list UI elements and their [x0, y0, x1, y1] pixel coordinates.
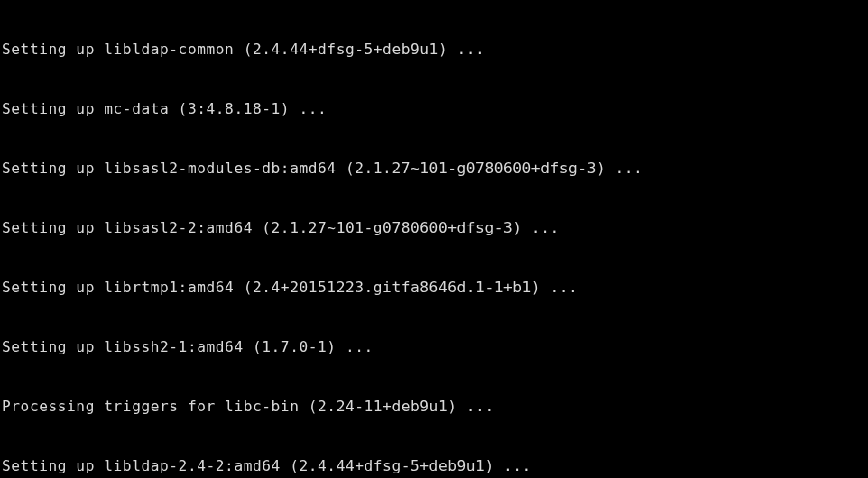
- output-line: Processing triggers for libc-bin (2.24-1…: [2, 397, 866, 417]
- output-line: Setting up libsasl2-2:amd64 (2.1.27~101-…: [2, 218, 866, 238]
- output-line: Setting up libldap-common (2.4.44+dfsg-5…: [2, 40, 866, 60]
- output-line: Setting up libldap-2.4-2:amd64 (2.4.44+d…: [2, 456, 866, 476]
- terminal[interactable]: Setting up libldap-common (2.4.44+dfsg-5…: [0, 0, 868, 478]
- output-line: Setting up libsasl2-modules-db:amd64 (2.…: [2, 159, 866, 179]
- output-line: Setting up librtmp1:amd64 (2.4+20151223.…: [2, 278, 866, 298]
- output-line: Setting up libssh2-1:amd64 (1.7.0-1) ...: [2, 337, 866, 357]
- output-line: Setting up mc-data (3:4.8.18-1) ...: [2, 99, 866, 119]
